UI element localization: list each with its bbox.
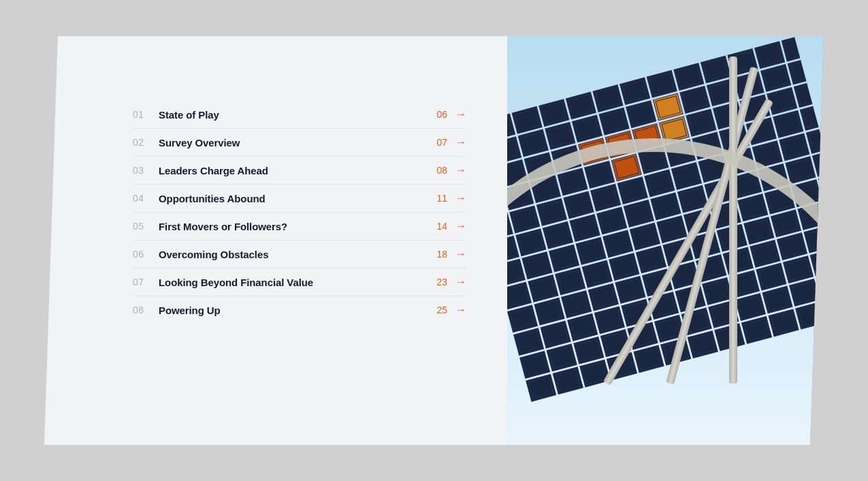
toc-label: Opportunities Abound [159,193,427,204]
toc-page: 14 [427,221,447,232]
solar-panel-image [507,36,824,445]
toc-number: 01 [133,109,159,120]
toc-item[interactable]: 06 Overcoming Obstacles 18 → [133,240,466,268]
toc-item[interactable]: 02 Survey Overview 07 → [133,129,466,157]
toc-arrow-icon: → [455,304,466,316]
toc-number: 03 [133,165,159,176]
toc-page: 07 [427,137,447,148]
toc-number: 02 [133,137,159,148]
toc-label: Looking Beyond Financial Value [159,277,427,288]
toc-arrow-icon: → [455,276,466,288]
toc-arrow-icon: → [455,164,466,176]
toc-page: 23 [427,277,447,288]
toc-arrow-icon: → [455,108,466,121]
toc-label: State of Play [159,109,427,121]
toc-page: 11 [427,193,447,204]
left-panel: 01 State of Play 06 → 02 Survey Overview… [44,36,507,445]
toc-page: 18 [427,249,447,260]
toc-label: Leaders Charge Ahead [159,165,427,176]
toc-number: 06 [133,249,159,260]
toc-number: 07 [133,277,159,288]
toc-arrow-icon: → [455,248,466,260]
right-panel [507,36,824,445]
toc-label: First Movers or Followers? [159,221,427,232]
toc-list: 01 State of Play 06 → 02 Survey Overview… [133,101,466,324]
toc-label: Survey Overview [159,137,427,149]
toc-item[interactable]: 04 Opportunities Abound 11 → [133,185,466,213]
toc-label: Powering Up [159,305,427,316]
circular-rim [507,138,824,445]
toc-arrow-icon: → [455,136,466,149]
toc-page: 06 [427,109,447,120]
solar-content [507,36,824,445]
toc-page: 08 [427,165,447,176]
toc-item[interactable]: 03 Leaders Charge Ahead 08 → [133,157,466,185]
toc-number: 04 [133,193,159,204]
toc-page: 25 [427,305,447,315]
toc-item[interactable]: 07 Looking Beyond Financial Value 23 → [133,268,466,296]
toc-item[interactable]: 05 First Movers or Followers? 14 → [133,213,466,240]
toc-item[interactable]: 08 Powering Up 25 → [133,296,466,324]
toc-arrow-icon: → [455,220,466,232]
page-container: 01 State of Play 06 → 02 Survey Overview… [44,36,824,445]
toc-label: Overcoming Obstacles [159,249,427,260]
toc-number: 05 [133,221,159,232]
toc-arrow-icon: → [455,192,466,204]
toc-item[interactable]: 01 State of Play 06 → [133,101,466,129]
toc-number: 08 [133,305,159,315]
